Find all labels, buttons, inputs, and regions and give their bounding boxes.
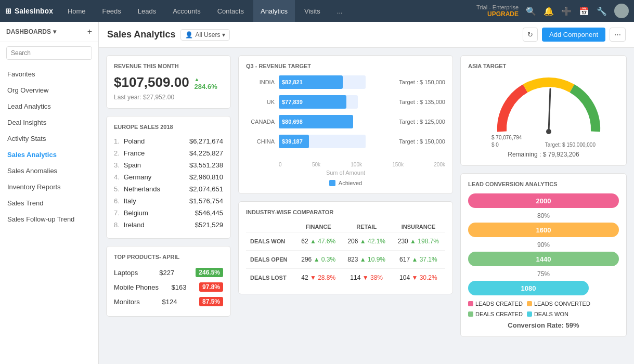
legend-dot-deals-won (527, 311, 532, 317)
svg-line-0 (549, 89, 550, 132)
sidebar-header: DASHBOARDS ▾ + (0, 22, 98, 42)
sidebar-item-sales-followup-trend[interactable]: Sales Follow-up Trend (0, 211, 98, 227)
sidebar-item-activity-stats[interactable]: Activity Stats (0, 131, 98, 147)
bell-icon[interactable]: 🔔 (544, 6, 554, 16)
trial-info: Trial - Enterprise UPGRADE (476, 4, 519, 18)
sidebar-item-sales-analytics[interactable]: Sales Analytics (0, 147, 98, 163)
list-item: Monitors $124 87.5% (114, 294, 223, 309)
industry-comparator-card: INDUSTRY-WISE COMPARATOR FINANCE RETAIL … (238, 201, 453, 294)
topnav: ⊞ SalesInbox Home Feeds Leads Accounts C… (0, 0, 634, 22)
revenue-amount: $107,509.00 284.6% (114, 74, 223, 90)
revenue-last-year: Last year: $27,952.00 (114, 94, 223, 101)
sidebar-item-org-overview[interactable]: Org Overview (0, 82, 98, 98)
products-title: TOP PRODUCTS- APRIL (114, 254, 223, 260)
lead-conversion-card: LEAD CONVERSION ANALYTICS 2000 80% 1600 … (460, 173, 627, 337)
bar-row-canada: CANADA $80,698 Target : $ 125,000 (246, 115, 445, 128)
nav-analytics[interactable]: Analytics (253, 0, 295, 22)
europe-sales-list: 1.Poland $6,271,674 2.France $4,225,827 … (114, 135, 223, 231)
center-column: Q3 - REVENUE TARGET INDIA $82,821 Ta (238, 55, 453, 357)
table-row: DEALS OPEN 296 ▲ 0.3% 823 ▲ 10.9% (246, 251, 445, 269)
list-item: 6.Italy $1,576,754 (114, 195, 223, 207)
legend-dot-leads-created (468, 301, 473, 306)
nav-feeds[interactable]: Feeds (95, 0, 128, 22)
sidebar-item-sales-trend[interactable]: Sales Trend (0, 195, 98, 211)
bar-row-china: CHINA $39,187 Target : $ 150,000 (246, 135, 445, 148)
bar-area: $39,187 (279, 135, 395, 148)
nav-home[interactable]: Home (60, 0, 93, 22)
list-item: 4.Germany $2,960,810 (114, 171, 223, 183)
topnav-right: Trial - Enterprise UPGRADE 🔍 🔔 ➕ 📅 🔧 (476, 4, 629, 18)
nav-accounts[interactable]: Accounts (165, 0, 208, 22)
industry-title: INDUSTRY-WISE COMPARATOR (246, 209, 445, 215)
top-products-card: TOP PRODUCTS- APRIL Laptops $227 246.5% … (106, 246, 231, 317)
sidebar-item-lead-analytics[interactable]: Lead Analytics (0, 98, 98, 114)
bar-row-india: INDIA $82,821 Target : $ 150,000 (246, 75, 445, 89)
q3-title: Q3 - REVENUE TARGET (246, 63, 445, 69)
calendar-icon[interactable]: 📅 (579, 6, 589, 16)
bar-area: $80,698 (279, 115, 395, 128)
lc-bar-deals-won: 1080 (468, 281, 619, 295)
app-body: DASHBOARDS ▾ + Favorites Org Overview Le… (0, 22, 634, 364)
europe-sales-card: EUROPE SALES 2018 1.Poland $6,271,674 2.… (106, 116, 231, 239)
user-avatar[interactable] (614, 4, 629, 18)
search-icon[interactable]: 🔍 (526, 6, 536, 16)
table-row: DEALS LOST 42 ▼ 28.8% 114 ▼ 38% (246, 269, 445, 287)
more-options-button[interactable]: ⋯ (610, 28, 626, 42)
sidebar-title: DASHBOARDS ▾ (6, 28, 56, 35)
sidebar-item-sales-anomalies[interactable]: Sales Anomalies (0, 163, 98, 179)
tools-icon[interactable]: 🔧 (597, 6, 607, 16)
nav-more[interactable]: ... (330, 0, 350, 22)
lc-bar-deals-created: 1440 (468, 252, 619, 266)
brand[interactable]: ⊞ SalesInbox (5, 7, 53, 15)
bar-row-uk: UK $77,839 Target : $ 135,000 (246, 95, 445, 109)
nav-contacts[interactable]: Contacts (210, 0, 251, 22)
search-input[interactable] (6, 46, 92, 60)
sidebar-item-favorites[interactable]: Favorites (0, 66, 98, 82)
sidebar-nav: Favorites Org Overview Lead Analytics De… (0, 64, 98, 229)
main: Sales Analytics 👤 All Users ▾ ↻ Add Comp… (99, 22, 634, 364)
legend-dot-leads-converted (527, 301, 532, 306)
plus-icon[interactable]: ➕ (561, 6, 572, 16)
product-badge: 87.5% (199, 297, 223, 306)
product-badge: 97.8% (199, 282, 223, 292)
lead-conversion-legend: LEADS CREATED LEADS CONVERTED DEALS CREA… (468, 301, 619, 317)
industry-table: FINANCE RETAIL INSURANCE DEALS WON 62 ▲ … (246, 222, 445, 287)
refresh-button[interactable]: ↻ (523, 28, 538, 42)
q3-revenue-card: Q3 - REVENUE TARGET INDIA $82,821 Ta (238, 55, 453, 194)
asia-target-card: ASIA TARGET (460, 55, 627, 166)
gauge-svg (491, 74, 606, 142)
sidebar-search-area (0, 42, 98, 64)
list-item: 7.Belgium $546,445 (114, 207, 223, 219)
left-column: REVENUE THIS MONTH $107,509.00 284.6% La… (106, 55, 231, 357)
bar-area: $82,821 (279, 75, 395, 89)
lc-bar-leads-created: 2000 (468, 193, 619, 208)
list-item: 5.Netherlands $2,074,651 (114, 183, 223, 195)
users-icon: 👤 (185, 31, 193, 38)
page-title: Sales Analytics (107, 29, 175, 40)
legend-dot-deals-created (468, 311, 473, 317)
add-component-button[interactable]: Add Component (542, 28, 605, 42)
conversion-rate: Conversion Rate: 59% (468, 321, 619, 329)
chevron-down-icon: ▾ (53, 28, 56, 35)
axis-title: Sum of Amount (246, 170, 445, 176)
list-item: 2.France $4,225,827 (114, 147, 223, 159)
list-item: 3.Spain $3,551,238 (114, 159, 223, 171)
q3-bar-chart: INDIA $82,821 Target : $ 150,000 U (246, 75, 445, 160)
revenue-title: REVENUE THIS MONTH (114, 63, 223, 69)
add-dashboard-icon[interactable]: + (87, 27, 92, 36)
nav-visits[interactable]: Visits (297, 0, 328, 22)
asia-title: ASIA TARGET (468, 63, 619, 69)
legend-box-achieved (329, 180, 335, 186)
list-item: 1.Poland $6,271,674 (114, 135, 223, 147)
right-column: ASIA TARGET (460, 55, 627, 357)
all-users-filter[interactable]: 👤 All Users ▾ (180, 29, 230, 41)
bar-area: $77,839 (279, 95, 395, 109)
chevron-down-icon: ▾ (222, 31, 225, 38)
sidebar-item-inventory-reports[interactable]: Inventory Reports (0, 179, 98, 195)
dashboard: REVENUE THIS MONTH $107,509.00 284.6% La… (99, 48, 634, 364)
bar-axis: 0 50k 100k 150k 200k (246, 162, 445, 167)
gauge-chart: $ 70,076,794 $ 0 Target: $ 150,000,000 (491, 74, 596, 148)
europe-title: EUROPE SALES 2018 (114, 124, 223, 130)
sidebar-item-deal-insights[interactable]: Deal Insights (0, 114, 98, 131)
nav-leads[interactable]: Leads (131, 0, 163, 22)
